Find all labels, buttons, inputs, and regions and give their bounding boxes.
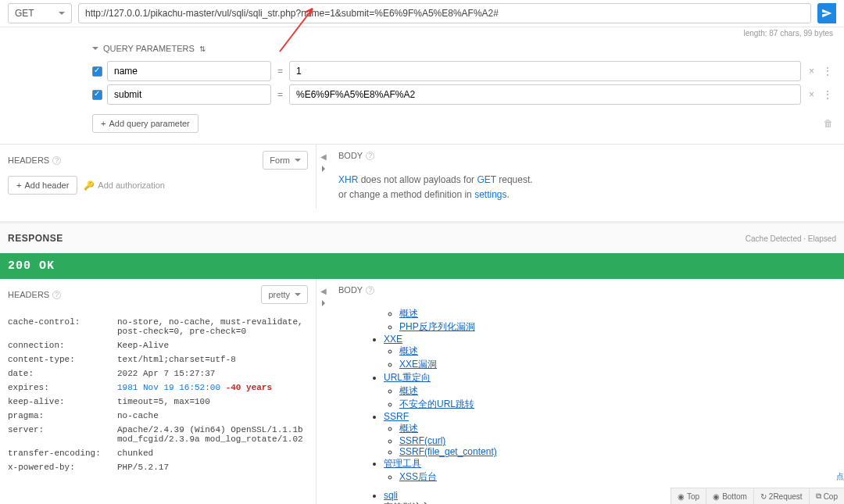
chevron-right-icon[interactable] [322, 300, 325, 306]
preview-link[interactable]: 不安全的URL跳转 [399, 399, 474, 409]
preview-link[interactable]: SSRF [384, 411, 409, 422]
preview-link[interactable]: 管理工具 [384, 458, 421, 469]
equals-sign: = [276, 66, 284, 77]
param-name-input[interactable] [107, 84, 271, 105]
preview-link[interactable]: PHP反序列化漏洞 [399, 321, 475, 332]
help-icon[interactable]: ? [52, 291, 61, 299]
header-key: x-powered-by: [8, 463, 117, 472]
drag-handle-icon[interactable]: ⋮ [822, 68, 833, 74]
param-enabled-checkbox[interactable] [92, 66, 102, 77]
method-label: GET [15, 8, 34, 19]
sort-icon[interactable] [199, 44, 206, 53]
method-caret-icon [59, 12, 65, 15]
circle-icon: ◉ [678, 492, 685, 501]
header-key: expires: [8, 383, 117, 392]
url-length-info: length: 87 chars, 99 bytes [0, 27, 844, 39]
header-value: no-cache [117, 411, 308, 420]
chevron-right-icon[interactable] [322, 166, 325, 172]
header-value: chunked [117, 449, 308, 458]
headers-view-select[interactable]: Form [263, 151, 308, 170]
preview-link[interactable]: 概述 [399, 345, 418, 356]
plus-icon: + [101, 119, 106, 128]
header-key: content-type: [8, 355, 117, 364]
headers-view-label: Form [270, 155, 290, 165]
preview-link[interactable]: XXE [384, 334, 402, 345]
caret-down-icon [92, 47, 98, 50]
add-query-param-label: Add query parameter [109, 119, 189, 128]
header-value: timeout=5, max=100 [117, 397, 308, 406]
url-input[interactable] [78, 3, 811, 23]
resp-headers-view-select[interactable]: pretty [261, 285, 308, 304]
param-value-input[interactable] [289, 61, 801, 81]
preview-link[interactable]: XXE漏洞 [399, 359, 437, 370]
query-params-header[interactable]: QUERY PARAMETERS [92, 39, 833, 58]
add-header-label: Add header [24, 181, 69, 190]
param-enabled-checkbox[interactable] [92, 90, 102, 100]
header-key: transfer-encoding: [8, 449, 117, 458]
resp-headers-title: HEADERS ? [8, 290, 61, 299]
goto-bottom-button[interactable]: ◉Bottom [706, 488, 753, 504]
header-row: connection:Keep-Alive [8, 338, 308, 352]
method-select[interactable]: GET [8, 3, 72, 23]
param-name-input[interactable] [107, 61, 271, 81]
header-key: server: [8, 425, 117, 444]
preview-link[interactable]: 概述 [399, 423, 418, 434]
preview-link[interactable]: SSRF(file_get_content) [399, 446, 497, 457]
header-value: text/html;charset=utf-8 [117, 355, 308, 364]
chevron-left-icon[interactable]: ◀ [320, 152, 327, 161]
add-authorization-button[interactable]: 🔑 Add authorization [84, 176, 165, 195]
plus-icon: + [16, 181, 21, 190]
help-icon[interactable]: ? [52, 156, 61, 165]
settings-link[interactable]: settings [474, 189, 506, 200]
req-headers-title: HEADERS ? [8, 155, 61, 165]
header-key: date: [8, 369, 117, 378]
add-query-param-button[interactable]: + Add query parameter [92, 114, 198, 133]
header-row: server:Apache/2.4.39 (Win64) OpenSSL/1.1… [8, 423, 308, 446]
send-button[interactable] [817, 3, 836, 23]
drag-handle-icon[interactable]: ⋮ [822, 91, 833, 98]
preview-link[interactable]: 概述 [399, 308, 418, 319]
copy-icon: ⧉ [816, 491, 821, 501]
param-row: = × ⋮ [92, 61, 833, 81]
header-row: content-type:text/html;charset=utf-8 [8, 352, 308, 366]
header-key: pragma: [8, 411, 117, 420]
help-icon[interactable]: ? [366, 286, 374, 295]
header-key: connection: [8, 341, 117, 350]
paper-plane-icon [821, 8, 832, 19]
header-row: keep-alive:timeout=5, max=100 [8, 395, 308, 409]
resp-body-title: BODY ? [338, 285, 374, 295]
req-body-message: XHR does not allow payloads for GET requ… [331, 166, 844, 209]
pretty-label: pretty [268, 290, 290, 299]
header-key: cache-control: [8, 317, 117, 336]
header-value: 1981 Nov 19 16:52:00 -40 years [117, 383, 308, 392]
response-title: RESPONSE [8, 233, 63, 244]
remove-param-icon[interactable]: × [806, 66, 817, 77]
preview-link[interactable]: XSS后台 [399, 471, 437, 482]
goto-request-button[interactable]: ↻2Request [753, 488, 809, 504]
preview-link[interactable]: 概述 [399, 385, 418, 396]
caret-down-icon [295, 159, 301, 162]
help-icon[interactable]: ? [366, 152, 374, 160]
header-row: expires:1981 Nov 19 16:52:00 -40 years [8, 381, 308, 395]
footer-toolbar: ◉Top ◉Bottom ↻2Request ⧉Cop [671, 488, 844, 504]
header-value: 2022 Apr 7 15:27:37 [117, 369, 308, 378]
header-value: PHP/5.2.17 [117, 463, 308, 472]
remove-param-icon[interactable]: × [806, 89, 817, 100]
response-meta: Cache Detected · Elapsed [746, 234, 836, 243]
right-crumb[interactable]: 点 [836, 471, 844, 482]
preview-link[interactable]: SSRF(curl) [399, 435, 445, 446]
chevron-left-icon[interactable]: ◀ [320, 287, 327, 295]
goto-top-button[interactable]: ◉Top [671, 488, 706, 504]
header-row: transfer-encoding:chunked [8, 446, 308, 460]
caret-down-icon [295, 293, 301, 296]
param-value-input[interactable] [289, 84, 801, 105]
header-value: no-store, no-cache, must-revalidate, pos… [117, 317, 308, 336]
add-auth-label: Add authorization [98, 181, 165, 190]
get-label: GET [477, 174, 495, 185]
req-body-title: BODY ? [338, 151, 374, 160]
preview-link[interactable]: sqli [384, 490, 398, 501]
copy-button[interactable]: ⧉Cop [809, 488, 844, 504]
trash-icon[interactable]: 🗑 [824, 118, 833, 129]
add-header-button[interactable]: + Add header [8, 176, 77, 195]
preview-link[interactable]: URL重定向 [384, 372, 431, 383]
